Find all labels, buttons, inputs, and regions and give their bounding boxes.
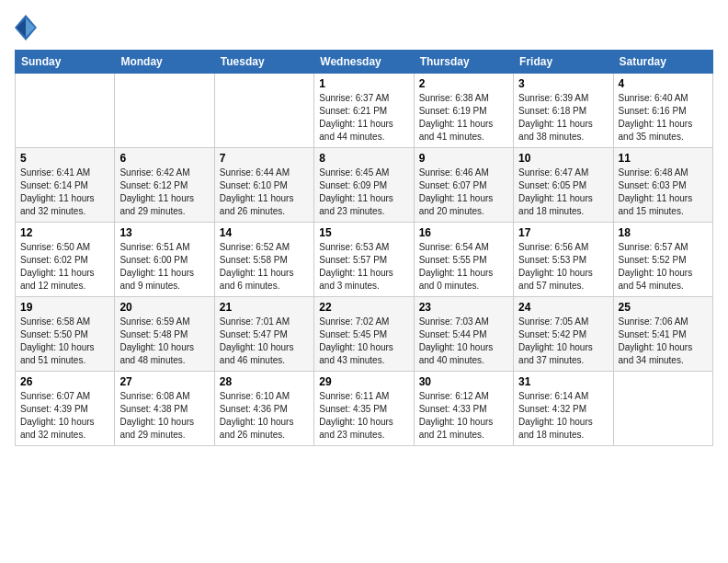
calendar-cell [16,74,115,148]
weekday-header-row: SundayMondayTuesdayWednesdayThursdayFrid… [16,51,713,74]
calendar-week-row: 1Sunrise: 6:37 AMSunset: 6:21 PMDaylight… [16,74,713,148]
day-info: Sunrise: 6:47 AMSunset: 6:05 PMDaylight:… [518,167,608,218]
calendar-cell: 28Sunrise: 6:10 AMSunset: 4:36 PMDayligh… [214,372,313,446]
calendar-cell: 19Sunrise: 6:58 AMSunset: 5:50 PMDayligh… [16,297,115,372]
day-info: Sunrise: 6:57 AMSunset: 5:52 PMDaylight:… [619,241,708,293]
day-number: 3 [518,77,608,90]
day-number: 29 [319,375,408,388]
page-header [15,15,713,40]
weekday-header-monday: Monday [115,51,214,74]
day-info: Sunrise: 6:42 AMSunset: 6:12 PMDaylight:… [119,167,209,218]
weekday-header-sunday: Sunday [16,51,115,74]
day-info: Sunrise: 6:41 AMSunset: 6:14 PMDaylight:… [20,167,109,218]
weekday-header-friday: Friday [514,51,613,74]
day-number: 7 [220,152,309,165]
day-number: 10 [518,152,608,165]
day-number: 23 [419,301,508,314]
calendar-cell: 20Sunrise: 6:59 AMSunset: 5:48 PMDayligh… [115,297,214,372]
day-number: 28 [220,375,309,388]
day-number: 17 [518,226,608,239]
day-info: Sunrise: 6:46 AMSunset: 6:07 PMDaylight:… [419,167,508,218]
calendar-cell: 6Sunrise: 6:42 AMSunset: 6:12 PMDaylight… [115,148,214,223]
calendar-cell: 14Sunrise: 6:52 AMSunset: 5:58 PMDayligh… [214,223,313,297]
day-info: Sunrise: 6:38 AMSunset: 6:19 PMDaylight:… [419,92,508,144]
day-number: 15 [319,226,408,239]
calendar-cell: 24Sunrise: 7:05 AMSunset: 5:42 PMDayligh… [514,297,613,372]
day-number: 6 [119,152,209,165]
weekday-header-wednesday: Wednesday [314,51,414,74]
calendar-cell: 26Sunrise: 6:07 AMSunset: 4:39 PMDayligh… [16,372,115,446]
weekday-header-thursday: Thursday [414,51,513,74]
calendar-header: SundayMondayTuesdayWednesdayThursdayFrid… [16,51,713,74]
calendar-cell: 12Sunrise: 6:50 AMSunset: 6:02 PMDayligh… [16,223,115,297]
day-info: Sunrise: 6:07 AMSunset: 4:39 PMDaylight:… [20,390,109,442]
calendar-cell: 13Sunrise: 6:51 AMSunset: 6:00 PMDayligh… [115,223,214,297]
day-info: Sunrise: 6:59 AMSunset: 5:48 PMDaylight:… [119,316,209,367]
calendar-cell: 21Sunrise: 7:01 AMSunset: 5:47 PMDayligh… [214,297,313,372]
day-number: 11 [619,152,708,165]
logo [15,15,40,40]
calendar-cell [115,74,214,148]
calendar-cell: 18Sunrise: 6:57 AMSunset: 5:52 PMDayligh… [613,223,712,297]
calendar-cell: 16Sunrise: 6:54 AMSunset: 5:55 PMDayligh… [414,223,513,297]
day-number: 8 [319,152,408,165]
calendar-cell: 15Sunrise: 6:53 AMSunset: 5:57 PMDayligh… [314,223,414,297]
day-number: 13 [119,226,209,239]
calendar-cell: 5Sunrise: 6:41 AMSunset: 6:14 PMDaylight… [16,148,115,223]
day-info: Sunrise: 6:53 AMSunset: 5:57 PMDaylight:… [319,241,408,293]
day-info: Sunrise: 6:40 AMSunset: 6:16 PMDaylight:… [619,92,708,144]
day-info: Sunrise: 6:50 AMSunset: 6:02 PMDaylight:… [20,241,109,293]
calendar-table: SundayMondayTuesdayWednesdayThursdayFrid… [15,50,713,446]
day-info: Sunrise: 6:44 AMSunset: 6:10 PMDaylight:… [220,167,309,218]
calendar-cell: 1Sunrise: 6:37 AMSunset: 6:21 PMDaylight… [314,74,414,148]
day-info: Sunrise: 6:48 AMSunset: 6:03 PMDaylight:… [619,167,708,218]
day-info: Sunrise: 6:51 AMSunset: 6:00 PMDaylight:… [119,241,209,293]
calendar-cell: 11Sunrise: 6:48 AMSunset: 6:03 PMDayligh… [613,148,712,223]
calendar-cell: 25Sunrise: 7:06 AMSunset: 5:41 PMDayligh… [613,297,712,372]
calendar-cell: 8Sunrise: 6:45 AMSunset: 6:09 PMDaylight… [314,148,414,223]
day-number: 14 [220,226,309,239]
logo-icon [15,15,37,40]
day-number: 25 [619,301,708,314]
day-number: 2 [419,77,508,90]
calendar-week-row: 19Sunrise: 6:58 AMSunset: 5:50 PMDayligh… [16,297,713,372]
calendar-cell: 23Sunrise: 7:03 AMSunset: 5:44 PMDayligh… [414,297,513,372]
day-number: 31 [518,375,608,388]
calendar-cell: 30Sunrise: 6:12 AMSunset: 4:33 PMDayligh… [414,372,513,446]
day-number: 16 [419,226,508,239]
day-info: Sunrise: 6:12 AMSunset: 4:33 PMDaylight:… [419,390,508,442]
weekday-header-tuesday: Tuesday [214,51,313,74]
calendar-cell: 17Sunrise: 6:56 AMSunset: 5:53 PMDayligh… [514,223,613,297]
day-info: Sunrise: 6:54 AMSunset: 5:55 PMDaylight:… [419,241,508,293]
day-info: Sunrise: 7:03 AMSunset: 5:44 PMDaylight:… [419,316,508,367]
day-number: 30 [419,375,508,388]
day-info: Sunrise: 7:01 AMSunset: 5:47 PMDaylight:… [220,316,309,367]
calendar-week-row: 5Sunrise: 6:41 AMSunset: 6:14 PMDaylight… [16,148,713,223]
day-info: Sunrise: 6:10 AMSunset: 4:36 PMDaylight:… [220,390,309,442]
day-info: Sunrise: 6:37 AMSunset: 6:21 PMDaylight:… [319,92,408,144]
day-info: Sunrise: 6:39 AMSunset: 6:18 PMDaylight:… [518,92,608,144]
day-number: 18 [619,226,708,239]
day-number: 9 [419,152,508,165]
day-number: 24 [518,301,608,314]
day-number: 12 [20,226,109,239]
calendar-cell: 29Sunrise: 6:11 AMSunset: 4:35 PMDayligh… [314,372,414,446]
day-info: Sunrise: 7:06 AMSunset: 5:41 PMDaylight:… [619,316,708,367]
calendar-cell: 27Sunrise: 6:08 AMSunset: 4:38 PMDayligh… [115,372,214,446]
day-number: 1 [319,77,408,90]
calendar-cell [613,372,712,446]
calendar-cell: 9Sunrise: 6:46 AMSunset: 6:07 PMDaylight… [414,148,513,223]
calendar-week-row: 26Sunrise: 6:07 AMSunset: 4:39 PMDayligh… [16,372,713,446]
day-number: 5 [20,152,109,165]
day-info: Sunrise: 6:56 AMSunset: 5:53 PMDaylight:… [518,241,608,293]
day-number: 21 [220,301,309,314]
day-info: Sunrise: 6:45 AMSunset: 6:09 PMDaylight:… [319,167,408,218]
day-info: Sunrise: 6:08 AMSunset: 4:38 PMDaylight:… [119,390,209,442]
day-info: Sunrise: 6:14 AMSunset: 4:32 PMDaylight:… [518,390,608,442]
weekday-header-saturday: Saturday [613,51,712,74]
calendar-cell [214,74,313,148]
day-info: Sunrise: 6:11 AMSunset: 4:35 PMDaylight:… [319,390,408,442]
calendar-cell: 7Sunrise: 6:44 AMSunset: 6:10 PMDaylight… [214,148,313,223]
day-number: 26 [20,375,109,388]
day-number: 4 [619,77,708,90]
